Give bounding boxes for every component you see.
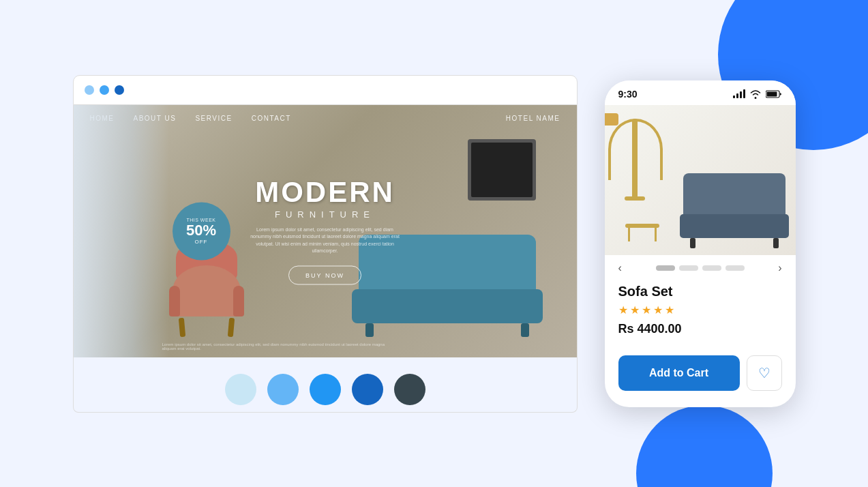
hero-light-effect xyxy=(74,105,169,357)
m-sofa-back xyxy=(683,173,785,218)
armchair-leg-left xyxy=(178,317,185,337)
lamp-foot xyxy=(625,196,645,201)
tv-unit xyxy=(468,139,536,201)
main-container: HOME ABOUT US SERVICE CONTACT HOTEL NAME xyxy=(73,75,796,413)
m-sofa-seat xyxy=(680,214,789,238)
side-table-legs xyxy=(625,228,659,241)
dot-1 xyxy=(85,85,94,95)
hero-cta-button[interactable]: BUY NOW xyxy=(288,265,361,284)
swatch-3[interactable] xyxy=(310,374,341,405)
star-1: ★ xyxy=(618,304,628,316)
swatch-2[interactable] xyxy=(267,374,299,405)
signal-bar-3 xyxy=(740,91,742,98)
signal-bar-1 xyxy=(733,95,735,98)
hero-desc: Lorem ipsum dolor sit amet, consectetur … xyxy=(250,226,400,254)
hero-bottom-text: Lorem ipsum dolor sit amet, consectetur … xyxy=(162,342,394,351)
signal-bar-2 xyxy=(736,93,738,98)
carousel-dot-1[interactable] xyxy=(656,265,675,271)
nav-service[interactable]: SERVICE xyxy=(195,115,232,122)
sofa-leg-left xyxy=(365,323,374,337)
star-5: ★ xyxy=(665,304,674,316)
dot-2 xyxy=(100,85,109,95)
browser-mockup: HOME ABOUT US SERVICE CONTACT HOTEL NAME xyxy=(73,75,578,413)
star-2: ★ xyxy=(630,304,640,316)
wishlist-button[interactable]: ♡ xyxy=(747,355,782,391)
sofa-seat xyxy=(352,289,543,323)
swatch-1[interactable] xyxy=(225,374,256,405)
carousel-dot-2[interactable] xyxy=(679,265,698,271)
side-table xyxy=(625,224,659,241)
product-price: Rs 4400.00 xyxy=(618,322,782,336)
lamp-arc xyxy=(608,119,663,180)
nav-brand: HOTEL NAME xyxy=(506,115,560,122)
battery-icon xyxy=(766,90,782,98)
armchair-arm-left xyxy=(169,286,180,316)
product-name: Sofa Set xyxy=(618,284,782,299)
status-bar: 9:30 xyxy=(605,80,796,105)
carousel-nav: ‹ › xyxy=(605,255,796,281)
side-table-leg-left xyxy=(628,228,630,241)
heart-icon: ♡ xyxy=(758,365,770,381)
status-time: 9:30 xyxy=(618,89,638,100)
svg-rect-1 xyxy=(766,91,777,96)
hero-subtitle: FURNITURE xyxy=(250,209,400,219)
browser-bar xyxy=(73,75,578,105)
mobile-sofa xyxy=(680,173,789,248)
carousel-dot-4[interactable] xyxy=(725,265,745,271)
m-sofa-leg-right xyxy=(773,238,779,248)
armchair-body xyxy=(173,265,241,316)
carousel-dots xyxy=(627,265,773,271)
armchair xyxy=(162,255,251,337)
color-swatches xyxy=(74,357,577,412)
bg-circle-bottom xyxy=(636,405,773,487)
add-to-cart-button[interactable]: Add to Cart xyxy=(618,355,740,391)
m-sofa-leg-left xyxy=(690,238,695,248)
hero-text: MODERN FURNITURE Lorem ipsum dolor sit a… xyxy=(250,177,400,284)
hero-title: MODERN xyxy=(250,177,400,206)
mobile-mockup: 9:30 xyxy=(605,80,796,407)
discount-badge: THIS WEEK 50% OFF xyxy=(173,202,230,260)
swatch-4[interactable] xyxy=(352,374,383,405)
sofa-leg-right xyxy=(521,323,529,337)
swatch-5[interactable] xyxy=(394,374,425,405)
dot-3 xyxy=(115,85,124,95)
status-icons xyxy=(733,89,782,99)
action-row: Add to Cart ♡ xyxy=(605,355,796,391)
carousel-prev-arrow[interactable]: ‹ xyxy=(618,262,622,274)
product-info: Sofa Set ★ ★ ★ ★ ★ Rs 4400.00 xyxy=(605,281,796,355)
floor-lamp xyxy=(632,119,638,201)
badge-off: OFF xyxy=(195,239,208,245)
armchair-arm-right xyxy=(233,286,244,316)
hero-section: HOME ABOUT US SERVICE CONTACT HOTEL NAME xyxy=(74,105,577,357)
armchair-leg-right xyxy=(227,317,234,337)
tv-screen xyxy=(471,143,533,197)
signal-bar-4 xyxy=(743,89,745,98)
carousel-dot-3[interactable] xyxy=(702,265,721,271)
browser-content: HOME ABOUT US SERVICE CONTACT HOTEL NAME xyxy=(73,105,578,413)
wifi-icon xyxy=(749,89,762,99)
star-3: ★ xyxy=(642,304,651,316)
side-table-leg-right xyxy=(655,228,657,241)
carousel-next-arrow[interactable]: › xyxy=(778,262,781,274)
badge-percent: 50% xyxy=(186,222,216,238)
nav-contact[interactable]: CONTACT xyxy=(252,115,291,122)
lamp-shade xyxy=(605,113,618,126)
product-rating: ★ ★ ★ ★ ★ xyxy=(618,304,782,316)
badge-this-week: THIS WEEK xyxy=(186,217,215,222)
star-4: ★ xyxy=(653,304,663,316)
product-image xyxy=(605,105,796,255)
signal-icon xyxy=(733,89,745,98)
